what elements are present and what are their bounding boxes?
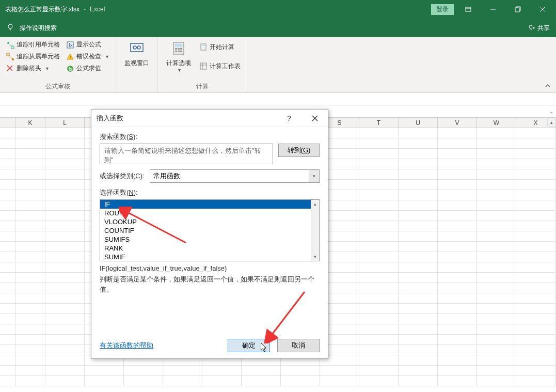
share-button[interactable]: 共享: [528, 24, 550, 33]
column-header-L[interactable]: L: [45, 118, 85, 128]
category-label: 或选择类别(C):: [100, 171, 145, 181]
ribbon-group-label-calc: 计算: [162, 81, 243, 92]
category-select[interactable]: 常用函数: [150, 169, 320, 183]
login-button[interactable]: 登录: [431, 4, 454, 15]
scroll-up-button[interactable]: ▴: [547, 118, 556, 127]
svg-rect-39: [200, 63, 206, 69]
function-item-vlookup[interactable]: VLOOKUP: [100, 217, 319, 226]
column-header-T[interactable]: T: [359, 118, 399, 128]
list-scroll-up[interactable]: ▴: [311, 200, 319, 208]
goto-button[interactable]: 转到(G): [278, 144, 320, 157]
svg-rect-37: [201, 44, 206, 50]
error-checking-icon: !: [66, 53, 74, 61]
expand-formula-bar-button[interactable]: ⌄: [547, 105, 556, 117]
column-header-K[interactable]: K: [15, 118, 45, 128]
ribbon-group-watch: 监视窗口: [116, 37, 158, 92]
list-scrollbar[interactable]: [311, 208, 319, 253]
svg-rect-34: [175, 51, 177, 52]
show-formulas-button[interactable]: fx 显示公式: [64, 39, 112, 50]
svg-rect-31: [175, 48, 177, 50]
minimize-button[interactable]: [483, 2, 503, 17]
chevron-down-icon: ▼: [105, 54, 109, 59]
calc-sheet-icon: [199, 62, 208, 70]
watch-window-button[interactable]: 监视窗口: [120, 39, 153, 69]
svg-rect-35: [178, 51, 180, 52]
svg-point-26: [133, 46, 136, 49]
share-label: 共享: [537, 24, 550, 33]
title-separator: -: [84, 6, 86, 13]
svg-rect-32: [178, 48, 180, 50]
chevron-down-icon: ▼: [177, 68, 182, 73]
svg-rect-38: [202, 45, 205, 46]
function-list[interactable]: IFROUNDVLOOKUPCOUNTIFSUMIFSRANKSUMIF ▴ ▾: [100, 199, 320, 261]
ribbon-group-label-audit: 公式审核: [4, 81, 112, 92]
file-name: 表格怎么正常显示数字.xlsx: [3, 5, 80, 14]
svg-rect-30: [175, 44, 182, 46]
collapse-ribbon-button[interactable]: [543, 82, 553, 91]
trace-dependents-icon: [6, 53, 14, 61]
calc-sheet-button[interactable]: 计算工作表: [197, 61, 243, 72]
column-header-V[interactable]: V: [438, 118, 477, 128]
remove-arrows-button[interactable]: 删除箭头 ▼: [4, 63, 62, 74]
svg-point-9: [529, 25, 532, 28]
function-description: 判断是否满足某个条件，如果满足返回一个值，如果不满足则返回另一个值。: [100, 274, 320, 294]
svg-line-13: [9, 44, 12, 47]
column-header-W[interactable]: W: [477, 118, 516, 128]
cancel-button[interactable]: 取消: [277, 339, 320, 352]
lightbulb-icon: [6, 23, 14, 33]
list-scroll-down[interactable]: ▾: [311, 253, 319, 261]
dialog-help-button[interactable]: ?: [281, 112, 297, 124]
calc-options-button[interactable]: 计算选项 ▼: [162, 39, 195, 74]
ribbon: 追踪引用单元格 追踪从属单元格 删除箭头 ▼ fx 显示公式 !: [0, 37, 556, 93]
svg-point-17: [12, 58, 14, 60]
search-label: 搜索函数(S):: [100, 132, 320, 142]
function-item-sumif[interactable]: SUMIF: [100, 253, 319, 261]
function-item-countif[interactable]: COUNTIF: [100, 226, 319, 235]
error-checking-button[interactable]: ! 错误检查 ▼: [64, 51, 112, 62]
tellme-input[interactable]: 操作说明搜索: [20, 24, 57, 33]
dialog-titlebar[interactable]: 插入函数 ?: [91, 109, 328, 127]
dialog-close-button[interactable]: [307, 112, 323, 124]
function-item-if[interactable]: IF: [100, 200, 319, 209]
restore-button[interactable]: [507, 2, 528, 17]
app-name: Excel: [90, 6, 105, 13]
svg-point-12: [7, 42, 9, 44]
ok-button[interactable]: 确定: [228, 339, 270, 352]
search-input[interactable]: 请输入一条简短说明来描述您想做什么，然后单击"转到": [100, 144, 273, 164]
calc-options-icon: [170, 40, 187, 57]
function-item-rank[interactable]: RANK: [100, 244, 319, 253]
titlebar: 表格怎么正常显示数字.xlsx - Excel 登录: [0, 0, 556, 19]
svg-rect-15: [7, 53, 9, 56]
trace-precedents-icon: [6, 41, 14, 49]
chevron-down-icon: ▼: [45, 66, 50, 71]
function-item-round[interactable]: ROUND: [100, 209, 319, 217]
svg-text:fx: fx: [69, 42, 73, 48]
watch-window-icon: [129, 40, 145, 57]
svg-text:!: !: [70, 55, 71, 60]
svg-rect-33: [180, 48, 182, 50]
close-button[interactable]: [532, 2, 553, 17]
remove-arrows-icon: [6, 65, 14, 73]
ribbon-group-calc: 计算选项 ▼ 开始计算 计算工作表 计算: [158, 37, 247, 92]
show-formulas-icon: fx: [66, 41, 74, 49]
evaluate-formula-icon: fx: [66, 65, 74, 73]
insert-function-dialog: 插入函数 ? 搜索函数(S): 请输入一条简短说明来描述您想做什么，然后单击"转…: [91, 109, 328, 359]
calc-now-icon: [199, 43, 208, 51]
column-header-U[interactable]: U: [399, 118, 438, 128]
svg-point-6: [8, 24, 12, 28]
calc-now-button[interactable]: 开始计算: [197, 42, 243, 53]
trace-precedents-button[interactable]: 追踪引用单元格: [4, 39, 62, 50]
evaluate-formula-button[interactable]: fx 公式求值: [64, 63, 112, 74]
svg-text:fx: fx: [69, 67, 73, 72]
help-link[interactable]: 有关该函数的帮助: [100, 341, 153, 350]
svg-line-16: [9, 56, 12, 59]
svg-rect-3: [515, 8, 519, 12]
ribbon-options-button[interactable]: [458, 2, 479, 17]
trace-dependents-button[interactable]: 追踪从属单元格: [4, 51, 62, 62]
formula-bar-area: [0, 93, 556, 105]
select-function-label: 选择函数(N):: [100, 188, 320, 197]
tellme-bar: 操作说明搜索 共享: [0, 19, 556, 37]
dialog-title: 插入函数: [97, 114, 123, 123]
function-item-sumifs[interactable]: SUMIFS: [100, 235, 319, 244]
svg-rect-0: [466, 7, 471, 11]
